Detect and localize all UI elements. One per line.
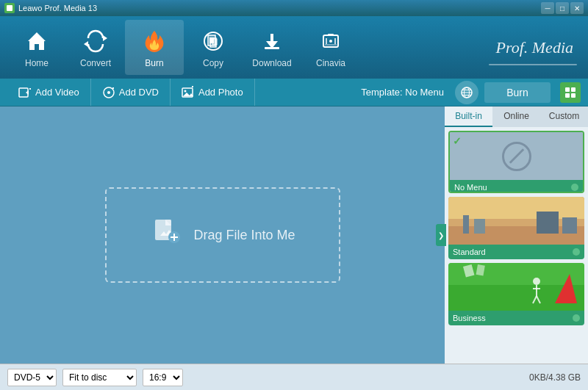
burn-label: Burn bbox=[145, 58, 163, 68]
svg-rect-35 bbox=[565, 93, 570, 98]
close-button[interactable]: ✕ bbox=[570, 2, 584, 14]
no-menu-label: No Menu bbox=[450, 180, 583, 193]
burn-icon bbox=[140, 27, 168, 55]
add-video-icon bbox=[18, 86, 32, 99]
add-video-button[interactable]: Add Video bbox=[7, 79, 91, 106]
brand-logo: Prof. Media bbox=[496, 38, 574, 57]
add-dvd-icon bbox=[102, 86, 115, 99]
standard-preview bbox=[448, 197, 584, 245]
language-button[interactable] bbox=[455, 81, 478, 104]
toolbar-convert[interactable]: Convert bbox=[66, 20, 125, 75]
svg-rect-10 bbox=[328, 34, 334, 36]
add-photo-icon bbox=[182, 86, 195, 99]
add-dvd-label: Add DVD bbox=[119, 87, 159, 98]
business-preview bbox=[448, 263, 584, 311]
svg-rect-47 bbox=[537, 212, 559, 234]
svg-point-20 bbox=[107, 91, 110, 94]
drop-text: Drag File Into Me bbox=[193, 228, 295, 243]
no-menu-preview bbox=[450, 132, 583, 180]
title-bar-left: Leawo Prof. Media 13 bbox=[4, 3, 97, 13]
svg-rect-14 bbox=[325, 44, 337, 46]
svg-rect-38 bbox=[165, 220, 171, 225]
app-icon bbox=[4, 3, 15, 13]
grid-view-button[interactable] bbox=[560, 82, 581, 103]
cinavia-label: Cinavia bbox=[316, 58, 345, 68]
burn-button[interactable]: Burn bbox=[484, 82, 551, 103]
convert-label: Convert bbox=[80, 58, 111, 68]
add-photo-button[interactable]: Add Photo bbox=[171, 79, 255, 106]
tab-custom[interactable]: Custom bbox=[540, 106, 588, 127]
content-area: Drag File Into Me bbox=[0, 106, 445, 364]
template-label: Template: No Menu bbox=[361, 87, 455, 98]
download-label: Download bbox=[252, 58, 291, 68]
toolbar-home[interactable]: Home bbox=[7, 20, 66, 75]
svg-rect-36 bbox=[571, 93, 576, 98]
svg-marker-1 bbox=[103, 35, 107, 41]
burn-btn-area: Burn bbox=[455, 81, 581, 104]
template-list: No Menu ✓ bbox=[445, 127, 588, 364]
sub-toolbar: Add Video Add DVD Add Photo Template: No… bbox=[0, 79, 588, 106]
svg-marker-16 bbox=[26, 90, 29, 95]
toolbar-download[interactable]: Download bbox=[243, 20, 301, 75]
add-video-label: Add Video bbox=[35, 87, 79, 98]
aspect-select[interactable]: 16:9 4:3 bbox=[143, 369, 183, 386]
svg-rect-46 bbox=[474, 219, 485, 234]
title-bar: Leawo Prof. Media 13 ─ □ ✕ bbox=[0, 0, 588, 16]
svg-point-11 bbox=[329, 40, 332, 43]
home-label: Home bbox=[25, 58, 49, 68]
brand-line bbox=[489, 64, 577, 65]
bottom-bar: DVD-5 Fit to disc Fit to window Original… bbox=[0, 364, 588, 390]
add-photo-label: Add Photo bbox=[198, 87, 243, 98]
svg-rect-34 bbox=[571, 87, 576, 92]
cinavia-icon bbox=[317, 27, 345, 55]
template-no-menu[interactable]: No Menu ✓ bbox=[448, 131, 584, 193]
selected-check: ✓ bbox=[453, 135, 462, 147]
svg-rect-0 bbox=[7, 5, 12, 11]
svg-rect-45 bbox=[463, 215, 469, 234]
svg-marker-2 bbox=[84, 41, 88, 47]
tab-builtin[interactable]: Built-in bbox=[445, 106, 492, 127]
status-text: 0KB/4.38 GB bbox=[529, 372, 581, 383]
svg-point-24 bbox=[184, 90, 186, 92]
main-area: Drag File Into Me ❯ Built-in Online Cust… bbox=[0, 106, 588, 364]
info-dot-standard bbox=[573, 248, 580, 256]
window-controls: ─ □ ✕ bbox=[541, 2, 584, 14]
template-business[interactable]: Business bbox=[448, 263, 584, 325]
svg-marker-25 bbox=[183, 93, 193, 96]
convert-icon bbox=[82, 27, 110, 55]
tab-online[interactable]: Online bbox=[492, 106, 540, 127]
main-toolbar: Home Convert Burn bbox=[0, 16, 588, 79]
toolbar-copy[interactable]: Copy bbox=[184, 20, 243, 75]
standard-label: Standard bbox=[448, 245, 584, 259]
side-tabs: Built-in Online Custom bbox=[445, 106, 588, 127]
copy-icon bbox=[199, 27, 227, 55]
add-dvd-button[interactable]: Add DVD bbox=[91, 79, 171, 106]
no-menu-icon bbox=[502, 142, 531, 171]
business-label: Business bbox=[448, 311, 584, 325]
toolbar-burn[interactable]: Burn bbox=[125, 20, 184, 75]
drop-icon bbox=[149, 215, 182, 255]
drop-zone[interactable]: Drag File Into Me bbox=[105, 187, 340, 283]
template-standard[interactable]: Standard bbox=[448, 197, 584, 259]
home-icon bbox=[23, 27, 51, 55]
info-dot-no-menu bbox=[571, 184, 578, 191]
fit-select[interactable]: Fit to disc Fit to window Original size bbox=[62, 369, 137, 386]
minimize-button[interactable]: ─ bbox=[541, 2, 554, 14]
svg-rect-48 bbox=[562, 217, 577, 234]
svg-rect-33 bbox=[565, 87, 570, 92]
svg-point-51 bbox=[533, 278, 540, 285]
disc-type-select[interactable]: DVD-5 bbox=[7, 369, 57, 386]
copy-label: Copy bbox=[203, 58, 223, 68]
download-icon bbox=[258, 27, 286, 55]
side-panel: ❯ Built-in Online Custom No Menu bbox=[445, 106, 588, 364]
app-title: Leawo Prof. Media 13 bbox=[18, 4, 97, 12]
panel-expand-button[interactable]: ❯ bbox=[436, 224, 446, 246]
toolbar-cinavia[interactable]: Cinavia bbox=[301, 20, 360, 75]
info-dot-business bbox=[573, 314, 580, 322]
maximize-button[interactable]: □ bbox=[556, 2, 569, 14]
